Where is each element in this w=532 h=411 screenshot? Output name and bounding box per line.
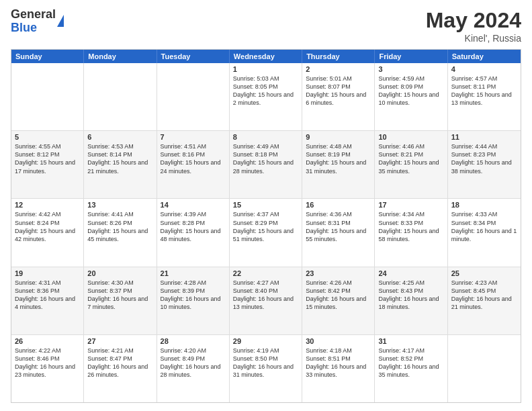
calendar-cell: 19Sunrise: 4:31 AM Sunset: 8:36 PM Dayli… xyxy=(11,267,84,334)
calendar-cell: 13Sunrise: 4:41 AM Sunset: 8:26 PM Dayli… xyxy=(84,199,157,266)
calendar-cell: 14Sunrise: 4:39 AM Sunset: 8:28 PM Dayli… xyxy=(157,199,230,266)
calendar-cell xyxy=(157,63,230,130)
day-detail: Sunrise: 4:55 AM Sunset: 8:12 PM Dayligh… xyxy=(15,142,80,175)
day-number: 4 xyxy=(451,65,517,73)
calendar-cell: 12Sunrise: 4:42 AM Sunset: 8:24 PM Dayli… xyxy=(11,199,84,266)
day-detail: Sunrise: 4:41 AM Sunset: 8:26 PM Dayligh… xyxy=(87,210,152,243)
header-day-tuesday: Tuesday xyxy=(157,50,230,63)
calendar-cell: 27Sunrise: 4:21 AM Sunset: 8:47 PM Dayli… xyxy=(84,335,157,402)
calendar: SundayMondayTuesdayWednesdayThursdayFrid… xyxy=(11,49,521,403)
day-detail: Sunrise: 4:39 AM Sunset: 8:28 PM Dayligh… xyxy=(161,210,226,243)
calendar-cell: 11Sunrise: 4:44 AM Sunset: 8:23 PM Dayli… xyxy=(448,131,521,198)
day-number: 29 xyxy=(233,337,298,345)
logo-blue: Blue xyxy=(11,21,37,34)
title-location: Kinel', Russia xyxy=(426,33,521,44)
day-number: 24 xyxy=(378,269,443,277)
calendar-cell: 29Sunrise: 4:19 AM Sunset: 8:50 PM Dayli… xyxy=(230,335,302,402)
day-detail: Sunrise: 4:33 AM Sunset: 8:34 PM Dayligh… xyxy=(451,210,517,243)
calendar-cell: 30Sunrise: 4:18 AM Sunset: 8:51 PM Dayli… xyxy=(302,335,375,402)
day-detail: Sunrise: 4:59 AM Sunset: 8:09 PM Dayligh… xyxy=(378,75,443,107)
header-day-saturday: Saturday xyxy=(448,50,521,63)
day-number: 7 xyxy=(161,133,226,141)
day-number: 6 xyxy=(87,133,152,141)
day-detail: Sunrise: 4:26 AM Sunset: 8:42 PM Dayligh… xyxy=(306,279,371,312)
day-number: 23 xyxy=(306,269,371,277)
day-number: 14 xyxy=(161,201,226,209)
day-number: 30 xyxy=(306,337,371,345)
calendar-cell: 17Sunrise: 4:34 AM Sunset: 8:33 PM Dayli… xyxy=(375,199,447,266)
logo: General Blue xyxy=(11,8,64,35)
day-detail: Sunrise: 4:23 AM Sunset: 8:45 PM Dayligh… xyxy=(451,279,517,312)
calendar-cell: 26Sunrise: 4:22 AM Sunset: 8:46 PM Dayli… xyxy=(11,335,84,402)
day-number: 26 xyxy=(15,337,80,345)
calendar-cell: 18Sunrise: 4:33 AM Sunset: 8:34 PM Dayli… xyxy=(448,199,521,266)
day-detail: Sunrise: 4:36 AM Sunset: 8:31 PM Dayligh… xyxy=(306,210,371,243)
calendar-cell: 10Sunrise: 4:46 AM Sunset: 8:21 PM Dayli… xyxy=(375,131,447,198)
calendar-body: 1Sunrise: 5:03 AM Sunset: 8:05 PM Daylig… xyxy=(11,63,521,402)
logo-triangle-icon xyxy=(57,15,64,27)
calendar-cell: 7Sunrise: 4:51 AM Sunset: 8:16 PM Daylig… xyxy=(157,131,230,198)
header-day-friday: Friday xyxy=(375,50,447,63)
day-detail: Sunrise: 4:37 AM Sunset: 8:29 PM Dayligh… xyxy=(233,210,298,243)
day-detail: Sunrise: 4:30 AM Sunset: 8:37 PM Dayligh… xyxy=(87,279,152,312)
day-detail: Sunrise: 4:42 AM Sunset: 8:24 PM Dayligh… xyxy=(15,210,80,243)
logo-general: General xyxy=(11,7,56,21)
header-day-monday: Monday xyxy=(84,50,157,63)
calendar-cell: 9Sunrise: 4:48 AM Sunset: 8:19 PM Daylig… xyxy=(302,131,375,198)
day-detail: Sunrise: 4:28 AM Sunset: 8:39 PM Dayligh… xyxy=(161,279,226,312)
calendar-cell: 3Sunrise: 4:59 AM Sunset: 8:09 PM Daylig… xyxy=(375,63,447,130)
day-number: 27 xyxy=(87,337,152,345)
day-number: 13 xyxy=(87,201,152,209)
day-number: 8 xyxy=(233,133,298,141)
day-number: 10 xyxy=(378,133,443,141)
calendar-row-4: 26Sunrise: 4:22 AM Sunset: 8:46 PM Dayli… xyxy=(11,334,521,402)
day-detail: Sunrise: 4:20 AM Sunset: 8:49 PM Dayligh… xyxy=(161,347,226,379)
calendar-header: SundayMondayTuesdayWednesdayThursdayFrid… xyxy=(11,50,521,63)
day-number: 25 xyxy=(451,269,517,277)
day-number: 17 xyxy=(378,201,443,209)
day-number: 12 xyxy=(15,201,80,209)
calendar-cell: 4Sunrise: 4:57 AM Sunset: 8:11 PM Daylig… xyxy=(448,63,521,130)
day-number: 15 xyxy=(233,201,298,209)
day-detail: Sunrise: 4:46 AM Sunset: 8:21 PM Dayligh… xyxy=(378,142,443,175)
day-detail: Sunrise: 4:22 AM Sunset: 8:46 PM Dayligh… xyxy=(15,347,80,379)
calendar-row-1: 5Sunrise: 4:55 AM Sunset: 8:12 PM Daylig… xyxy=(11,130,521,198)
day-number: 20 xyxy=(87,269,152,277)
day-number: 2 xyxy=(306,65,371,73)
calendar-row-2: 12Sunrise: 4:42 AM Sunset: 8:24 PM Dayli… xyxy=(11,198,521,266)
day-detail: Sunrise: 5:03 AM Sunset: 8:05 PM Dayligh… xyxy=(233,75,298,107)
calendar-cell: 1Sunrise: 5:03 AM Sunset: 8:05 PM Daylig… xyxy=(230,63,302,130)
calendar-cell: 22Sunrise: 4:27 AM Sunset: 8:40 PM Dayli… xyxy=(230,267,302,334)
day-number: 3 xyxy=(378,65,443,73)
day-detail: Sunrise: 4:49 AM Sunset: 8:18 PM Dayligh… xyxy=(233,142,298,175)
day-number: 21 xyxy=(161,269,226,277)
title-month: May 2024 xyxy=(426,8,521,33)
day-detail: Sunrise: 5:01 AM Sunset: 8:07 PM Dayligh… xyxy=(306,75,371,107)
day-detail: Sunrise: 4:34 AM Sunset: 8:33 PM Dayligh… xyxy=(378,210,443,243)
calendar-cell: 2Sunrise: 5:01 AM Sunset: 8:07 PM Daylig… xyxy=(302,63,375,130)
day-detail: Sunrise: 4:17 AM Sunset: 8:52 PM Dayligh… xyxy=(378,347,443,379)
day-number: 19 xyxy=(15,269,80,277)
calendar-cell: 8Sunrise: 4:49 AM Sunset: 8:18 PM Daylig… xyxy=(230,131,302,198)
calendar-cell xyxy=(448,335,521,402)
calendar-cell: 6Sunrise: 4:53 AM Sunset: 8:14 PM Daylig… xyxy=(84,131,157,198)
day-detail: Sunrise: 4:57 AM Sunset: 8:11 PM Dayligh… xyxy=(451,75,517,107)
header: General Blue May 2024 Kinel', Russia xyxy=(11,8,521,44)
calendar-cell: 16Sunrise: 4:36 AM Sunset: 8:31 PM Dayli… xyxy=(302,199,375,266)
calendar-row-3: 19Sunrise: 4:31 AM Sunset: 8:36 PM Dayli… xyxy=(11,267,521,334)
header-day-thursday: Thursday xyxy=(302,50,375,63)
calendar-cell: 5Sunrise: 4:55 AM Sunset: 8:12 PM Daylig… xyxy=(11,131,84,198)
day-detail: Sunrise: 4:21 AM Sunset: 8:47 PM Dayligh… xyxy=(87,347,152,379)
day-number: 1 xyxy=(233,65,298,73)
day-number: 9 xyxy=(306,133,371,141)
day-detail: Sunrise: 4:44 AM Sunset: 8:23 PM Dayligh… xyxy=(451,142,517,175)
header-day-sunday: Sunday xyxy=(11,50,84,63)
day-number: 31 xyxy=(378,337,443,345)
day-detail: Sunrise: 4:27 AM Sunset: 8:40 PM Dayligh… xyxy=(233,279,298,312)
calendar-cell: 20Sunrise: 4:30 AM Sunset: 8:37 PM Dayli… xyxy=(84,267,157,334)
day-number: 5 xyxy=(15,133,80,141)
calendar-cell xyxy=(84,63,157,130)
day-detail: Sunrise: 4:18 AM Sunset: 8:51 PM Dayligh… xyxy=(306,347,371,379)
day-detail: Sunrise: 4:48 AM Sunset: 8:19 PM Dayligh… xyxy=(306,142,371,175)
day-number: 28 xyxy=(161,337,226,345)
